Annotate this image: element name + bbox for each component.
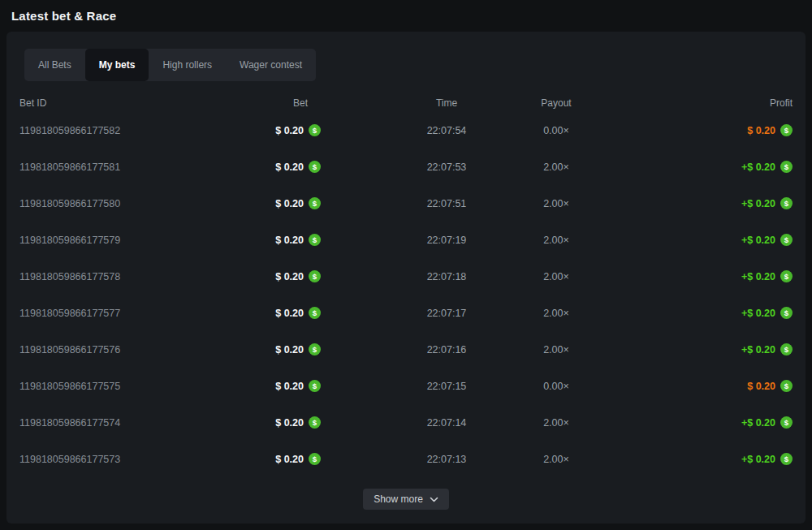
table-row[interactable]: 119818059866177579 $ 0.20 $ 22:07:19 2.0… bbox=[19, 222, 793, 258]
bet-id-cell: 119818059866177582 bbox=[19, 112, 120, 149]
coin-icon: $ bbox=[780, 453, 793, 465]
bet-amount: $ 0.20 bbox=[275, 162, 304, 173]
bet-cell: $ 0.20 $ bbox=[275, 112, 321, 149]
bet-amount: $ 0.20 bbox=[275, 235, 304, 246]
table-row[interactable]: 119818059866177580 $ 0.20 $ 22:07:51 2.0… bbox=[19, 185, 793, 222]
profit-cell: +$ 0.20 $ bbox=[741, 258, 793, 295]
profit-amount: +$ 0.20 bbox=[741, 344, 775, 355]
bet-cell: $ 0.20 $ bbox=[275, 185, 321, 222]
bets-table: Bet ID Bet Time Payout Profit 1198180598… bbox=[19, 94, 793, 477]
profit-amount: +$ 0.20 bbox=[741, 454, 775, 465]
coin-icon: $ bbox=[309, 234, 321, 246]
coin-icon: $ bbox=[309, 380, 321, 392]
coin-icon: $ bbox=[309, 197, 321, 209]
payout-cell: 2.00× bbox=[475, 222, 637, 258]
bet-amount: $ 0.20 bbox=[275, 417, 304, 429]
coin-icon: $ bbox=[309, 453, 321, 465]
profit-cell: $ 0.20 $ bbox=[747, 112, 793, 149]
bet-id-cell: 119818059866177576 bbox=[19, 331, 120, 368]
payout-cell: 2.00× bbox=[475, 295, 637, 331]
bet-cell: $ 0.20 $ bbox=[275, 295, 321, 331]
coin-icon: $ bbox=[309, 416, 321, 429]
table-row[interactable]: 119818059866177578 $ 0.20 $ 22:07:18 2.0… bbox=[19, 258, 793, 295]
table-row[interactable]: 119818059866177573 $ 0.20 $ 22:07:13 2.0… bbox=[19, 441, 793, 477]
payout-cell: 0.00× bbox=[475, 112, 637, 149]
profit-amount: +$ 0.20 bbox=[741, 235, 775, 246]
table-row[interactable]: 119818059866177576 $ 0.20 $ 22:07:16 2.0… bbox=[19, 331, 793, 368]
payout-cell: 2.00× bbox=[475, 331, 637, 368]
profit-cell: +$ 0.20 $ bbox=[741, 331, 793, 368]
profit-amount: +$ 0.20 bbox=[741, 162, 775, 173]
table-row[interactable]: 119818059866177577 $ 0.20 $ 22:07:17 2.0… bbox=[19, 295, 793, 331]
page-title: Latest bet & Race bbox=[11, 9, 116, 23]
bet-amount: $ 0.20 bbox=[275, 454, 304, 465]
coin-icon: $ bbox=[780, 380, 793, 392]
bet-id-cell: 119818059866177575 bbox=[19, 368, 120, 404]
column-header-payout: Payout bbox=[475, 94, 637, 112]
table-row[interactable]: 119818059866177581 $ 0.20 $ 22:07:53 2.0… bbox=[19, 149, 793, 185]
coin-icon: $ bbox=[309, 161, 321, 173]
tab-all-bets[interactable]: All Bets bbox=[24, 49, 85, 81]
bet-cell: $ 0.20 $ bbox=[275, 149, 321, 185]
chevron-down-icon bbox=[430, 497, 438, 502]
bet-cell: $ 0.20 $ bbox=[275, 331, 321, 368]
table-row[interactable]: 119818059866177574 $ 0.20 $ 22:07:14 2.0… bbox=[19, 404, 793, 441]
table-header: Bet ID Bet Time Payout Profit bbox=[19, 94, 793, 112]
coin-icon: $ bbox=[780, 343, 793, 355]
profit-cell: +$ 0.20 $ bbox=[741, 185, 793, 222]
payout-cell: 2.00× bbox=[475, 404, 637, 441]
bet-cell: $ 0.20 $ bbox=[275, 222, 321, 258]
bet-id-cell: 119818059866177577 bbox=[19, 295, 120, 331]
coin-icon: $ bbox=[309, 270, 321, 282]
profit-cell: +$ 0.20 $ bbox=[741, 149, 793, 185]
coin-icon: $ bbox=[780, 307, 793, 319]
payout-cell: 2.00× bbox=[475, 258, 637, 295]
column-header-profit: Profit bbox=[770, 94, 793, 112]
bet-amount: $ 0.20 bbox=[275, 381, 304, 392]
profit-amount: $ 0.20 bbox=[747, 381, 775, 392]
bet-cell: $ 0.20 $ bbox=[275, 258, 321, 295]
bet-amount: $ 0.20 bbox=[275, 344, 304, 355]
page-header: Latest bet & Race bbox=[0, 0, 812, 32]
bet-id-cell: 119818059866177578 bbox=[19, 258, 120, 295]
bet-id-cell: 119818059866177574 bbox=[19, 404, 120, 441]
bet-cell: $ 0.20 $ bbox=[275, 368, 321, 404]
bet-cell: $ 0.20 $ bbox=[275, 441, 321, 477]
profit-cell: $ 0.20 $ bbox=[747, 368, 793, 404]
profit-cell: +$ 0.20 $ bbox=[741, 404, 793, 441]
coin-icon: $ bbox=[780, 234, 793, 246]
profit-amount: +$ 0.20 bbox=[741, 271, 775, 282]
coin-icon: $ bbox=[780, 161, 793, 173]
payout-cell: 2.00× bbox=[475, 149, 637, 185]
table-row[interactable]: 119818059866177582 $ 0.20 $ 22:07:54 0.0… bbox=[19, 112, 793, 149]
profit-amount: +$ 0.20 bbox=[741, 417, 775, 429]
table-row[interactable]: 119818059866177575 $ 0.20 $ 22:07:15 0.0… bbox=[19, 368, 793, 404]
column-header-bet: Bet bbox=[293, 94, 308, 112]
tab-my-bets[interactable]: My bets bbox=[85, 49, 149, 81]
profit-amount: +$ 0.20 bbox=[741, 308, 775, 319]
column-header-bet-id: Bet ID bbox=[19, 94, 46, 112]
show-more-button[interactable]: Show more bbox=[363, 489, 449, 510]
bet-id-cell: 119818059866177579 bbox=[19, 222, 120, 258]
bet-id-cell: 119818059866177573 bbox=[19, 441, 120, 477]
coin-icon: $ bbox=[780, 124, 793, 136]
payout-cell: 2.00× bbox=[475, 185, 637, 222]
coin-icon: $ bbox=[309, 307, 321, 319]
profit-cell: +$ 0.20 $ bbox=[741, 222, 793, 258]
bets-panel: All Bets My bets High rollers Wager cont… bbox=[6, 32, 806, 524]
bet-amount: $ 0.20 bbox=[275, 308, 304, 319]
payout-cell: 2.00× bbox=[475, 441, 637, 477]
bet-id-cell: 119818059866177581 bbox=[19, 149, 120, 185]
bet-amount: $ 0.20 bbox=[275, 198, 304, 209]
profit-amount: $ 0.20 bbox=[747, 125, 775, 136]
tab-high-rollers[interactable]: High rollers bbox=[149, 49, 226, 81]
show-more-label: Show more bbox=[374, 493, 423, 505]
coin-icon: $ bbox=[309, 124, 321, 136]
coin-icon: $ bbox=[780, 416, 793, 429]
tab-wager-contest[interactable]: Wager contest bbox=[226, 49, 316, 81]
profit-amount: +$ 0.20 bbox=[741, 198, 775, 209]
coin-icon: $ bbox=[780, 197, 793, 209]
bet-cell: $ 0.20 $ bbox=[275, 404, 321, 441]
profit-cell: +$ 0.20 $ bbox=[741, 295, 793, 331]
bet-amount: $ 0.20 bbox=[275, 125, 304, 136]
